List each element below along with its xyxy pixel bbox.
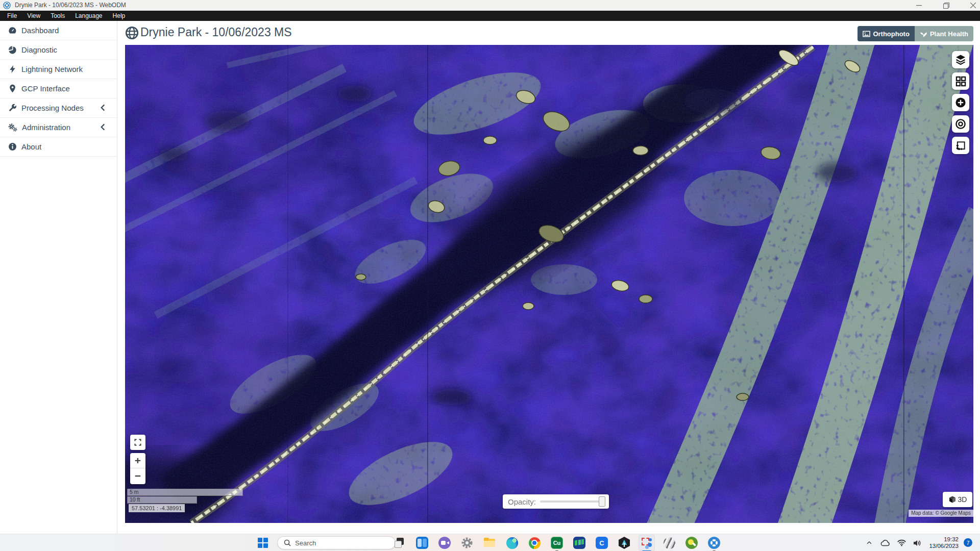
- qgis-button[interactable]: [683, 535, 700, 551]
- add-layer-button[interactable]: [952, 94, 969, 111]
- c-app-button[interactable]: C: [594, 535, 610, 551]
- export-frame-button[interactable]: [952, 137, 969, 154]
- sidebar-label: Processing Nodes: [21, 104, 84, 112]
- tray-expand-button[interactable]: [865, 534, 874, 551]
- sidebar-item-dashboard[interactable]: Dashboard: [0, 21, 117, 40]
- opacity-slider-thumb[interactable]: [599, 496, 605, 507]
- menu-view[interactable]: View: [22, 11, 45, 21]
- sidebar-label: Lightning Network: [21, 65, 83, 73]
- sidebar-item-lightning-network[interactable]: Lightning Network: [0, 60, 117, 79]
- concentric-circles-icon: [955, 118, 966, 130]
- sidebar-item-gcp-interface[interactable]: GCP Interface: [0, 79, 117, 98]
- tiles-grid-button[interactable]: [952, 72, 969, 90]
- menu-file[interactable]: File: [2, 11, 22, 21]
- orthophoto-map-image: [125, 45, 973, 523]
- wifi-tray-button[interactable]: [895, 534, 908, 551]
- green-bars-app-icon: [573, 537, 585, 549]
- opacity-label: Opacity:: [508, 497, 536, 506]
- restore-button[interactable]: [935, 0, 958, 11]
- webodm-logo-icon: [3, 2, 11, 9]
- hexagon-app-button[interactable]: [616, 535, 632, 551]
- widgets-icon: [416, 537, 428, 549]
- settings-button[interactable]: [459, 535, 475, 551]
- seedling-icon: [920, 30, 927, 37]
- dashboard-gauge-icon: [8, 26, 17, 35]
- chevron-left-icon: [101, 104, 105, 111]
- restore-icon: [943, 3, 949, 9]
- taskbar-clock[interactable]: 19:32 13/06/2023: [928, 536, 959, 549]
- sidebar-label: Dashboard: [21, 26, 59, 35]
- start-button[interactable]: [258, 538, 268, 548]
- close-button[interactable]: [962, 0, 980, 11]
- plant-health-button[interactable]: Plant Health: [915, 26, 973, 41]
- layer-switcher: Orthophoto Plant Health: [857, 26, 973, 41]
- view-3d-label: 3D: [958, 495, 967, 504]
- folder-icon: [483, 537, 496, 549]
- chevron-left-icon: [101, 123, 105, 131]
- view-3d-button[interactable]: 3D: [943, 492, 972, 507]
- sidebar-item-processing-nodes[interactable]: Processing Nodes: [0, 98, 117, 118]
- volume-tray-button[interactable]: [911, 534, 924, 551]
- cube-icon: [948, 495, 957, 504]
- task-view-icon: [394, 537, 406, 549]
- sidebar-item-about[interactable]: About: [0, 137, 117, 157]
- plant-health-label: Plant Health: [930, 30, 968, 38]
- image-icon: [863, 31, 870, 37]
- google-earth-icon: [664, 537, 675, 549]
- minimize-icon: [916, 3, 922, 8]
- opacity-panel: Opacity:: [503, 494, 609, 509]
- crop-tool-app-icon: [641, 537, 653, 549]
- panels-app-button[interactable]: [571, 535, 587, 551]
- contours-button[interactable]: [952, 115, 969, 133]
- cura-app-button[interactable]: Cu: [549, 535, 565, 551]
- bolt-icon: [8, 65, 17, 73]
- zoom-out-button[interactable]: −: [130, 468, 145, 484]
- minimize-button[interactable]: [908, 0, 930, 11]
- opacity-slider[interactable]: [540, 500, 604, 503]
- wifi-icon: [897, 539, 906, 546]
- notification-badge[interactable]: 7: [964, 538, 972, 547]
- chrome-button[interactable]: [526, 535, 543, 551]
- orthophoto-button[interactable]: Orthophoto: [857, 26, 914, 41]
- gears-icon: [8, 123, 17, 132]
- menu-help[interactable]: Help: [108, 11, 131, 21]
- video-app-button[interactable]: [436, 535, 453, 551]
- file-explorer-button[interactable]: [481, 535, 498, 551]
- fullscreen-icon: [134, 438, 142, 446]
- layers-button[interactable]: [952, 51, 969, 68]
- fullscreen-button[interactable]: [130, 435, 145, 450]
- taskbar-search[interactable]: Search: [277, 536, 396, 549]
- globe-icon: [125, 26, 139, 40]
- frame-icon: [955, 140, 966, 151]
- edge-button[interactable]: [504, 535, 520, 551]
- google-earth-button[interactable]: [661, 535, 677, 551]
- clock-time: 19:32: [928, 536, 959, 543]
- widgets-app-button[interactable]: [414, 535, 430, 551]
- wrench-icon: [8, 104, 17, 112]
- menu-tools[interactable]: Tools: [45, 11, 70, 21]
- qgis-icon: [685, 537, 698, 549]
- search-icon: [284, 539, 291, 546]
- video-camera-icon: [438, 537, 451, 549]
- sidebar-item-administration[interactable]: Administration: [0, 118, 117, 137]
- sidebar-item-diagnostic[interactable]: Diagnostic: [0, 40, 117, 60]
- pie-chart-icon: [8, 45, 17, 54]
- cloud-icon: [880, 539, 890, 546]
- orthophoto-label: Orthophoto: [873, 30, 909, 38]
- cu-app-icon: Cu: [551, 537, 563, 549]
- map-marker-icon: [8, 84, 17, 93]
- clock-date: 13/06/2023: [928, 543, 959, 549]
- webodm-app-button[interactable]: [706, 535, 722, 551]
- active-mapping-app-button[interactable]: [639, 535, 655, 551]
- menu-language[interactable]: Language: [70, 11, 107, 21]
- map-attribution: Map data: © Google Maps: [909, 510, 973, 517]
- gear-icon: [461, 537, 473, 549]
- c-app-icon: C: [596, 537, 608, 549]
- map-viewport[interactable]: + − 5 m 10 ft 57.53201 : -4.38991 Opacit…: [125, 45, 973, 523]
- grid-icon: [955, 76, 966, 87]
- zoom-in-button[interactable]: +: [130, 453, 145, 468]
- task-view-button[interactable]: [391, 535, 408, 551]
- onedrive-tray-button[interactable]: [879, 534, 891, 551]
- sidebar-label: About: [21, 142, 41, 151]
- chevron-up-icon: [866, 540, 872, 546]
